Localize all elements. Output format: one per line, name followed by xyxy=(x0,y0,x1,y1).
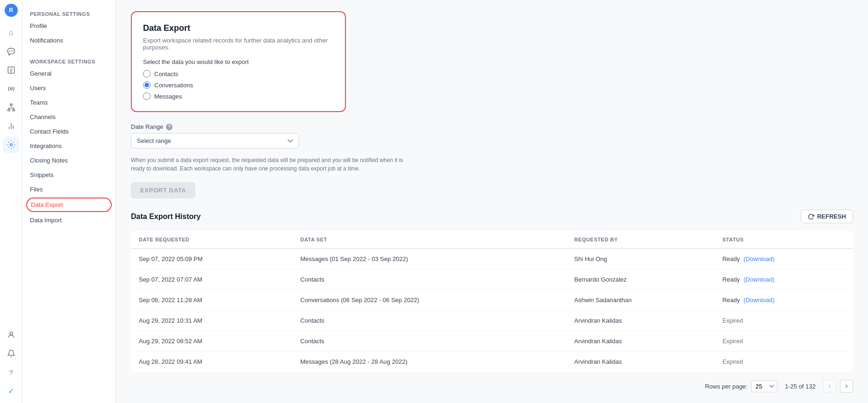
table-row: Sep 07, 2022 05:09 PMMessages (01 Sep 20… xyxy=(131,248,853,269)
cell-status: Ready (Download) xyxy=(715,269,853,290)
cell-requested-by: Arvindran Kalidas xyxy=(567,352,715,372)
status-ready: Ready xyxy=(722,297,740,304)
date-range-section: Date Range ? Select range Last 7 days La… xyxy=(131,123,853,148)
sidebar-item-notifications[interactable]: Notifications xyxy=(22,33,115,48)
table-row: Aug 28, 2022 09:41 AMMessages (28 Aug 20… xyxy=(131,352,853,372)
prev-page-button[interactable] xyxy=(823,380,836,393)
cell-status: Expired xyxy=(715,352,853,372)
reports-icon[interactable] xyxy=(3,118,20,134)
pagination: Rows per page: 25 10 50 100 1-25 of 132 xyxy=(131,372,853,400)
org-icon[interactable] xyxy=(3,99,20,116)
cell-dataset: Contacts xyxy=(293,331,567,352)
status-expired: Expired xyxy=(722,358,743,365)
cell-dataset: Messages (28 Aug 2022 - 28 Aug 2022) xyxy=(293,352,567,372)
sidebar-item-channels[interactable]: Channels xyxy=(22,110,115,124)
workspace-settings-label: Workspace Settings xyxy=(22,55,115,66)
export-data-button[interactable]: EXPORT DATA xyxy=(131,182,195,198)
download-link[interactable]: (Download) xyxy=(744,276,775,283)
svg-point-5 xyxy=(10,144,12,146)
radio-conversations[interactable]: Conversations xyxy=(143,81,334,89)
page-range: 1-25 of 132 xyxy=(785,383,816,390)
check-icon[interactable]: ✓ xyxy=(3,382,20,399)
radio-contacts[interactable]: Contacts xyxy=(143,70,334,78)
chat-icon[interactable]: 💬 xyxy=(3,43,20,60)
cell-date: Aug 28, 2022 09:41 AM xyxy=(131,352,293,372)
sidebar-item-closing-notes[interactable]: Closing Notes xyxy=(22,153,115,168)
user-profile-icon[interactable] xyxy=(3,326,20,343)
cell-requested-by: Arvindran Kalidas xyxy=(567,331,715,352)
cell-requested-by: Arvindran Kalidas xyxy=(567,311,715,331)
cell-date: Sep 06, 2022 11:28 AM xyxy=(131,290,293,311)
sidebar-item-files[interactable]: Files xyxy=(22,182,115,197)
refresh-label: REFRESH xyxy=(817,213,846,220)
cell-dataset: Contacts xyxy=(293,311,567,331)
radio-conversations-label: Conversations xyxy=(154,82,193,89)
cell-status: Expired xyxy=(715,311,853,331)
cell-status: Expired xyxy=(715,331,853,352)
cell-status: Ready (Download) xyxy=(715,290,853,311)
sidebar-item-contact-fields[interactable]: Contact Fields xyxy=(22,124,115,139)
rows-per-page-label: Rows per page: xyxy=(705,383,747,390)
svg-rect-3 xyxy=(7,110,10,111)
cell-status: Ready (Download) xyxy=(715,248,853,269)
status-expired: Expired xyxy=(722,317,743,324)
radio-messages[interactable]: Messages xyxy=(143,92,334,100)
radio-messages-input[interactable] xyxy=(143,92,151,100)
cell-requested-by: Shi Hui Ong xyxy=(567,248,715,269)
history-header: Data Export History REFRESH xyxy=(131,210,853,223)
radio-conversations-input[interactable] xyxy=(143,81,151,89)
sidebar-item-teams[interactable]: Teams xyxy=(22,95,115,110)
col-data-set: DATA SET xyxy=(293,231,567,249)
svg-rect-2 xyxy=(10,104,12,106)
export-card: Data Export Export workspace related rec… xyxy=(131,11,346,112)
radio-contacts-input[interactable] xyxy=(143,70,151,78)
cell-date: Aug 29, 2022 10:31 AM xyxy=(131,311,293,331)
date-range-help-icon[interactable]: ? xyxy=(166,124,172,130)
help-icon[interactable]: ? xyxy=(3,364,20,381)
personal-settings-label: Personal Settings xyxy=(22,7,115,19)
sidebar-item-general[interactable]: General xyxy=(22,66,115,81)
sidebar-item-users[interactable]: Users xyxy=(22,81,115,95)
avatar[interactable]: R xyxy=(5,4,18,17)
sidebar-item-snippets[interactable]: Snippets xyxy=(22,168,115,182)
status-ready: Ready xyxy=(722,255,740,262)
page-nav xyxy=(823,380,853,393)
table-row: Sep 07, 2022 07:07 AMContactsBernardo Go… xyxy=(131,269,853,290)
table-row: Aug 29, 2022 10:31 AMContactsArvindran K… xyxy=(131,311,853,331)
radio-messages-label: Messages xyxy=(154,93,182,100)
table-row: Aug 29, 2022 08:52 AMContactsArvindran K… xyxy=(131,331,853,352)
sidebar-item-data-export[interactable]: Data Export xyxy=(26,198,112,212)
broadcast-icon[interactable] xyxy=(3,80,20,97)
status-ready: Ready xyxy=(722,276,740,283)
cell-date: Aug 29, 2022 08:52 AM xyxy=(131,331,293,352)
svg-point-1 xyxy=(10,88,12,90)
next-page-button[interactable] xyxy=(840,380,853,393)
sidebar-item-data-import[interactable]: Data Import xyxy=(22,213,115,227)
cell-requested-by: Bernardo Gonzalez xyxy=(567,269,715,290)
main-content: Data Export Export workspace related rec… xyxy=(116,0,868,403)
refresh-icon xyxy=(808,213,814,220)
export-note: When you submit a data export request, t… xyxy=(131,156,411,173)
date-range-select[interactable]: Select range Last 7 days Last 30 days La… xyxy=(131,133,299,148)
contacts-icon[interactable] xyxy=(3,62,20,78)
rows-per-page: Rows per page: 25 10 50 100 xyxy=(705,381,777,392)
radio-group: Contacts Conversations Messages xyxy=(143,70,334,100)
refresh-button[interactable]: REFRESH xyxy=(801,210,853,223)
download-link[interactable]: (Download) xyxy=(744,255,775,262)
nav-sidebar: Personal Settings Profile Notifications … xyxy=(22,0,116,403)
settings-icon[interactable] xyxy=(3,136,20,153)
home-icon[interactable]: ⌂ xyxy=(3,24,20,41)
cell-requested-by: Ashwin Sadananthan xyxy=(567,290,715,311)
cell-date: Sep 07, 2022 05:09 PM xyxy=(131,248,293,269)
bell-icon[interactable] xyxy=(3,345,20,362)
download-link[interactable]: (Download) xyxy=(744,297,775,304)
rows-per-page-select[interactable]: 25 10 50 100 xyxy=(751,381,777,392)
svg-rect-4 xyxy=(13,110,15,111)
col-requested-by: REQUESTED BY xyxy=(567,231,715,249)
col-status: STATUS xyxy=(715,231,853,249)
sidebar-item-integrations[interactable]: Integrations xyxy=(22,139,115,153)
cell-dataset: Conversations (06 Sep 2022 - 06 Sep 2022… xyxy=(293,290,567,311)
cell-date: Sep 07, 2022 07:07 AM xyxy=(131,269,293,290)
cell-dataset: Messages (01 Sep 2022 - 03 Sep 2022) xyxy=(293,248,567,269)
sidebar-item-profile[interactable]: Profile xyxy=(22,19,115,33)
